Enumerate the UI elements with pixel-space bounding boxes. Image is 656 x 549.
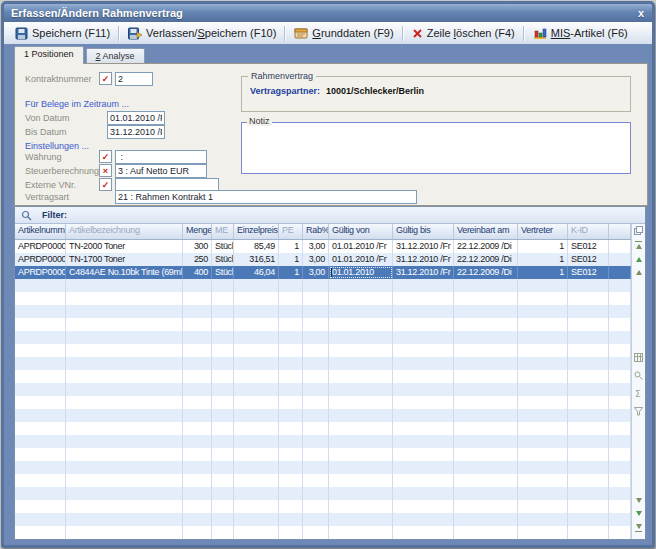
grid-empty-row xyxy=(15,383,631,396)
grid-row[interactable]: APRDP00001_TN-2000 Toner300Stück85,4913,… xyxy=(15,240,631,253)
grid-cell[interactable]: 300 xyxy=(183,240,212,253)
column-header-Vereinbart am[interactable]: Vereinbart am xyxy=(454,224,518,239)
grid-cell[interactable]: APRDP00002 xyxy=(15,253,66,266)
grid-cell[interactable]: 22.12.2009 /Di xyxy=(454,240,518,253)
column-header-Gültig von[interactable]: Gültig von xyxy=(329,224,393,239)
steuerberechnung-clear-icon[interactable]: × xyxy=(99,164,112,177)
kontraktnummer-edit-check-icon[interactable]: ✓ xyxy=(99,72,112,85)
grid-cell[interactable]: 31.12.2010 /Fr xyxy=(393,253,454,266)
notiz-textarea[interactable] xyxy=(241,122,631,174)
grid-cell xyxy=(279,422,303,435)
column-header-Vertreter[interactable]: Vertreter xyxy=(518,224,568,239)
grid-cell xyxy=(609,344,631,357)
grid-cell[interactable]: 1 xyxy=(518,266,568,279)
grid-cell xyxy=(393,474,454,487)
grid-cell xyxy=(454,370,518,383)
layout-icon[interactable] xyxy=(633,225,644,236)
grid-cell[interactable] xyxy=(609,253,631,266)
grid-cell xyxy=(15,344,66,357)
kontraktnummer-input[interactable] xyxy=(115,72,153,86)
grid-cell[interactable]: 1 xyxy=(518,240,568,253)
row-down-icon[interactable] xyxy=(633,495,644,506)
grid-cell[interactable] xyxy=(609,266,631,279)
grid-cell[interactable]: 85,49 xyxy=(234,240,279,253)
column-header-Einzelpreis[interactable]: Einzelpreis xyxy=(234,224,279,239)
go-first-icon[interactable] xyxy=(633,240,644,251)
waehrung-input[interactable] xyxy=(115,150,207,164)
grid-cell[interactable]: Stück xyxy=(212,240,234,253)
grid-cell[interactable]: 46,04 xyxy=(234,266,279,279)
grid-cell[interactable]: 1 xyxy=(279,266,303,279)
grid-cell[interactable]: SE012 xyxy=(568,253,609,266)
tab-positionen[interactable]: 1 Positionen xyxy=(14,46,84,64)
page-down-icon[interactable] xyxy=(633,508,644,519)
column-select-icon[interactable] xyxy=(633,352,644,363)
column-header-Rab%[interactable]: Rab% xyxy=(303,224,329,239)
grid-cell[interactable]: TN-1700 Toner xyxy=(66,253,183,266)
save-button[interactable]: Speichern (F11) xyxy=(8,23,117,43)
column-header-Artikelnummer[interactable]: Artikelnummer xyxy=(15,224,66,239)
grid-cell[interactable]: 3,00 xyxy=(303,253,329,266)
grid-cell[interactable]: C4844AE No.10bk Tinte (69ml) xyxy=(66,266,183,279)
grid-cell[interactable]: 1 xyxy=(518,253,568,266)
grid-cell xyxy=(279,474,303,487)
column-header-Menge[interactable]: Menge xyxy=(183,224,212,239)
master-data-button[interactable]: Grunddaten (F9) xyxy=(287,23,400,43)
column-header-Artikelbezeichnung[interactable]: Artikelbezeichnung xyxy=(66,224,183,239)
grid-cell[interactable]: 400 xyxy=(183,266,212,279)
column-header-ME[interactable]: ME xyxy=(212,224,234,239)
search-icon[interactable] xyxy=(21,210,32,221)
grid-cell[interactable]: 31.12.2010 /Fr xyxy=(393,240,454,253)
grid-cell[interactable]: 31.12.2010 /Fr xyxy=(393,266,454,279)
grid-cell[interactable]: Stück xyxy=(212,253,234,266)
grid-cell[interactable]: 316,51 xyxy=(234,253,279,266)
grid-row[interactable]: APRDP00002TN-1700 Toner250Stück316,5113,… xyxy=(15,253,631,266)
grid-cell xyxy=(303,487,329,500)
go-last-icon[interactable] xyxy=(633,522,644,533)
grid-cell[interactable]: 01.01.2010 /Fr xyxy=(329,253,393,266)
steuerberechnung-input[interactable] xyxy=(115,164,207,178)
grid-cell[interactable]: SE012 xyxy=(568,240,609,253)
grid-cell[interactable]: TN-2000 Toner xyxy=(66,240,183,253)
column-header-Gültig bis[interactable]: Gültig bis xyxy=(393,224,454,239)
grid-cell[interactable]: 1 xyxy=(279,253,303,266)
grid-cell[interactable]: 3,00 xyxy=(303,266,329,279)
page-up-icon[interactable] xyxy=(633,254,644,265)
grid-cell[interactable]: 01.01.2010 xyxy=(329,266,393,279)
sum-icon[interactable]: Σ xyxy=(633,388,644,399)
grid-cell[interactable]: APRDP00001_ xyxy=(15,240,66,253)
save-and-exit-button[interactable]: Verlassen/Speichern (F10) xyxy=(121,23,283,43)
close-icon[interactable]: x xyxy=(638,4,644,22)
grid-cell[interactable] xyxy=(609,240,631,253)
column-header-filler[interactable] xyxy=(609,224,631,239)
grid-cell xyxy=(329,513,393,526)
row-up-icon[interactable] xyxy=(633,267,644,278)
rahmenvertrag-groupbox: Rahmenvertrag Vertragspartner:10001/Schl… xyxy=(241,76,631,112)
grid-cell[interactable]: 3,00 xyxy=(303,240,329,253)
grid-row[interactable]: APRDP00004C4844AE No.10bk Tinte (69ml)40… xyxy=(15,266,631,279)
grid-cell[interactable]: 1 xyxy=(279,240,303,253)
grid-cell[interactable]: 22.12.2009 /Di xyxy=(454,253,518,266)
mis-article-button[interactable]: MIS-Artikel (F6) xyxy=(526,23,635,43)
delete-row-button[interactable]: Zeile löschen (F4) xyxy=(405,23,522,43)
grid-cell[interactable]: Stück xyxy=(212,266,234,279)
grid-cell xyxy=(329,396,393,409)
tab-analyse[interactable]: 2 Analyse xyxy=(86,48,145,64)
grid-cell[interactable]: APRDP00004 xyxy=(15,266,66,279)
bis-datum-input[interactable] xyxy=(107,125,165,139)
filter-funnel-icon[interactable] xyxy=(633,406,644,417)
grid-cell xyxy=(454,409,518,422)
grid-empty-row xyxy=(15,279,631,292)
column-header-PE[interactable]: PE xyxy=(279,224,303,239)
von-datum-input[interactable] xyxy=(107,111,165,125)
grid-cell[interactable]: SE012 xyxy=(568,266,609,279)
waehrung-edit-check-icon[interactable]: ✓ xyxy=(99,150,112,163)
grid-cell[interactable]: 01.01.2010 /Fr xyxy=(329,240,393,253)
grid-search-icon[interactable] xyxy=(633,370,644,381)
vertragsart-input[interactable] xyxy=(115,190,417,204)
grid-cell[interactable]: 250 xyxy=(183,253,212,266)
grid-cell[interactable]: 22.12.2009 /Di xyxy=(454,266,518,279)
column-header-K-ID[interactable]: K-ID xyxy=(568,224,609,239)
title-bar[interactable]: Erfassen/Ändern Rahmenvertrag x xyxy=(4,4,652,22)
externe-vnr-edit-check-icon[interactable]: ✓ xyxy=(99,178,112,191)
